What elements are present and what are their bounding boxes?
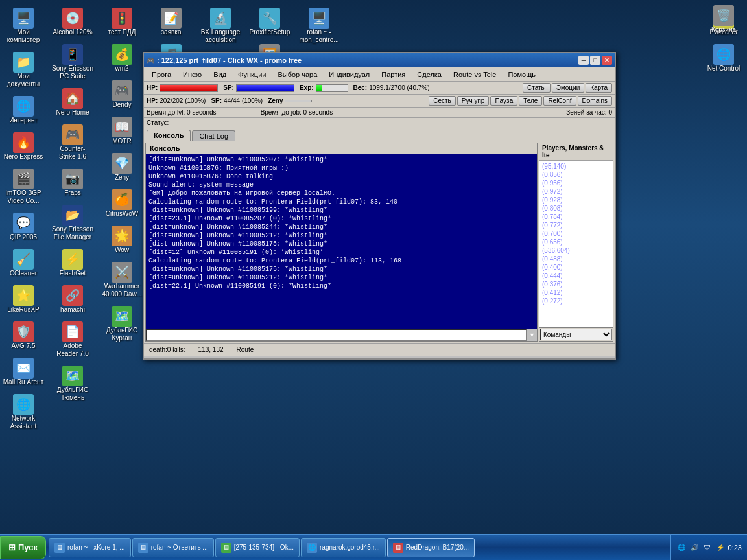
- menu-funkcii[interactable]: Функции: [233, 69, 271, 80]
- relconf-button[interactable]: RelConf: [543, 96, 576, 106]
- sit-button[interactable]: Сесть: [429, 96, 456, 106]
- commands-select[interactable]: Команды: [540, 329, 612, 340]
- menu-proga[interactable]: Прога: [147, 69, 176, 80]
- sidebar-item-nero[interactable]: 🔥 Nero Express: [0, 130, 47, 163]
- menu-vid[interactable]: Вид: [208, 69, 231, 80]
- sidebar-item-wm2[interactable]: 💰 wm2: [99, 41, 145, 75]
- sidebar-item-rofan[interactable]: 🖥️ rofan ~ - mon_contro...: [296, 5, 342, 47]
- tele-button[interactable]: Теле: [519, 96, 542, 106]
- list-item[interactable]: (0,272): [541, 297, 611, 305]
- menu-vybor[interactable]: Выбор чара: [272, 69, 322, 80]
- manual-button[interactable]: Руч упр: [457, 96, 490, 106]
- sidebar-item-korzina[interactable]: 🗑️ Корзина: [700, 3, 747, 36]
- list-item[interactable]: (0,928): [541, 196, 611, 204]
- sidebar-item-imtoo[interactable]: 🎬 ImTOO 3GP Video Co...: [0, 166, 47, 207]
- tab-console[interactable]: Консоль: [147, 130, 191, 141]
- list-item[interactable]: (0,700): [541, 229, 611, 238]
- console-line: [dist=unknown] Unknown #110085207: *Whis…: [148, 156, 534, 164]
- network-assistant-label: Network Assistant: [3, 415, 44, 430]
- warhammer-label: Warhammer 40.000 Daw...: [101, 283, 143, 298]
- sidebar-item-warhammer[interactable]: ⚔️ Warhammer 40.000 Daw...: [99, 259, 145, 301]
- sidebar-item-sony-suite[interactable]: 📱 Sony Ericsson PC Suite: [49, 41, 96, 83]
- sidebar-item-wow[interactable]: 🌟 Wow: [99, 223, 145, 257]
- sidebar-item-adobe[interactable]: 📄 Adobe Reader 7.0: [49, 319, 96, 360]
- menu-info[interactable]: Инфо: [178, 69, 207, 80]
- sidebar-item-flashget[interactable]: ⚡ FlashGet: [49, 246, 96, 280]
- sidebar-item-internet[interactable]: 🌐 Интернет: [0, 93, 47, 127]
- list-item[interactable]: (0,972): [541, 187, 611, 196]
- nero-home-label: Nero Home: [56, 109, 89, 117]
- hp-fill: [160, 85, 217, 91]
- sidebar-item-avg[interactable]: 🛡️ AVG 7.5: [0, 319, 47, 353]
- taskbar-item-4[interactable]: 🖥 RedDragon: B17(20...: [387, 538, 475, 557]
- net-control-label: Net Control: [707, 65, 741, 73]
- maximize-button[interactable]: □: [590, 56, 600, 65]
- domains-button[interactable]: Domains: [578, 96, 612, 106]
- sidebar-item-my-computer[interactable]: 🖥️ Мой компьютер: [0, 5, 47, 47]
- list-item[interactable]: (536,604): [541, 246, 611, 255]
- list-item[interactable]: (0,656): [541, 238, 611, 246]
- sidebar-item-zayavka[interactable]: 📝 заявка: [148, 5, 195, 39]
- sidebar-item-sony-fm[interactable]: 📂 Sony Ericsson File Manager: [49, 202, 96, 244]
- tab-chatlog[interactable]: Chat Log: [192, 130, 235, 141]
- sidebar-item-pdd[interactable]: 🚦 тест ПДД: [99, 5, 145, 39]
- sidebar-item-ccleaner[interactable]: 🧹 CCleaner: [0, 246, 47, 280]
- menu-partiya[interactable]: Партия: [376, 69, 410, 80]
- dendy-label: Dendy: [113, 101, 132, 109]
- sidebar-item-likerusxp[interactable]: ⭐ LikeRusXP: [0, 283, 47, 316]
- menu-individ[interactable]: Индивидуал: [324, 69, 375, 80]
- sidebar-item-net-control[interactable]: 🌐 Net Control: [700, 41, 747, 75]
- list-item[interactable]: (0,444): [541, 272, 611, 280]
- list-item[interactable]: (0,488): [541, 255, 611, 263]
- console-log[interactable]: [dist=unknown] Unknown #110085207: *Whis…: [146, 154, 537, 329]
- sidebar-item-network-assistant[interactable]: 🌐 Network Assistant: [0, 391, 47, 433]
- sidebar-item-bx[interactable]: 🔬 BX Language acquisition: [197, 5, 244, 47]
- stats-button[interactable]: Статы: [523, 83, 551, 93]
- list-item[interactable]: (0,856): [541, 170, 611, 179]
- list-item[interactable]: (0,400): [541, 263, 611, 272]
- sidebar-item-cs[interactable]: 🎮 Counter-Strike 1.6: [49, 122, 96, 163]
- list-item[interactable]: (95,140): [541, 162, 611, 170]
- console-input[interactable]: [146, 329, 527, 341]
- menu-route[interactable]: Route vs Tele: [448, 69, 501, 80]
- sidebar-item-dublyagis[interactable]: 🗺️ ДубльГИС Тюмень: [49, 363, 96, 404]
- sidebar-item-alcohol[interactable]: 💿 Alcohol 120%: [49, 5, 96, 39]
- sidebar-item-hamachi[interactable]: 🔗 hamachi: [49, 283, 96, 316]
- emotions-button[interactable]: Эмоции: [552, 83, 584, 93]
- sidebar-item-fraps[interactable]: 📷 Fraps: [49, 166, 96, 200]
- taskbar-item-3[interactable]: 🌐 ragnarok.gorod45.r...: [301, 538, 386, 557]
- list-item[interactable]: (0,956): [541, 179, 611, 187]
- close-button[interactable]: ✕: [602, 56, 612, 65]
- menu-sdelka[interactable]: Сделка: [412, 69, 447, 80]
- list-item[interactable]: (0,376): [541, 280, 611, 288]
- sony-suite-label: Sony Ericsson PC Suite: [52, 65, 93, 80]
- taskbar-item-2[interactable]: 🖥 [275-135-734] - Ok...: [215, 538, 300, 557]
- sidebar-item-qip[interactable]: 💬 QIP 2005: [0, 210, 47, 244]
- list-item[interactable]: (0,808): [541, 204, 611, 213]
- right-panel-list[interactable]: (95,140)(0,856)(0,956)(0,972)(0,928)(0,8…: [540, 161, 613, 327]
- list-item[interactable]: (0,412): [541, 288, 611, 297]
- menu-pomoshch[interactable]: Помощь: [503, 69, 541, 80]
- list-item[interactable]: (0,772): [541, 221, 611, 229]
- list-item[interactable]: (0,784): [541, 213, 611, 221]
- minimize-button[interactable]: ─: [578, 56, 589, 65]
- console-input-row: ▼: [146, 329, 537, 341]
- sidebar-item-motr[interactable]: 📖 MOTR: [99, 114, 145, 148]
- sidebar-item-dublyagis-k[interactable]: 🗺️ ДубльГИС Курган: [99, 303, 145, 345]
- taskbar-item-0[interactable]: 🖥 rofan ~ - xKore 1, ...: [49, 538, 131, 557]
- hp-time: Время до lvl: 0 seconds: [147, 109, 217, 116]
- console-scroll-down[interactable]: ▼: [527, 329, 537, 341]
- taskbar-item-3-label: ragnarok.gorod45.r...: [320, 544, 380, 551]
- sidebar-item-dendy[interactable]: 🎮 Dendy: [99, 78, 145, 111]
- taskbar-item-1[interactable]: 🖥 rofan ~ Ответить ...: [132, 538, 214, 557]
- sidebar-item-proxifier[interactable]: 🔧 ProxifierSetup: [246, 5, 293, 39]
- sidebar-item-my-docs[interactable]: 📁 Мои документы: [0, 49, 47, 91]
- sidebar-item-zeny[interactable]: 💎 Zeny: [99, 150, 145, 184]
- sidebar-item-nero-home[interactable]: 🏠 Nero Home: [49, 86, 96, 119]
- map-button[interactable]: Карта: [586, 83, 612, 93]
- start-button[interactable]: ⊞ Пуск: [0, 536, 46, 559]
- pause-button[interactable]: Пауза: [490, 96, 517, 106]
- sidebar-item-mailru[interactable]: ✉️ Mail.Ru Агент: [0, 355, 47, 389]
- sidebar-item-citruswow[interactable]: 🍊 CitrusWoW: [99, 187, 145, 220]
- cs-icon: 🎮: [62, 124, 83, 145]
